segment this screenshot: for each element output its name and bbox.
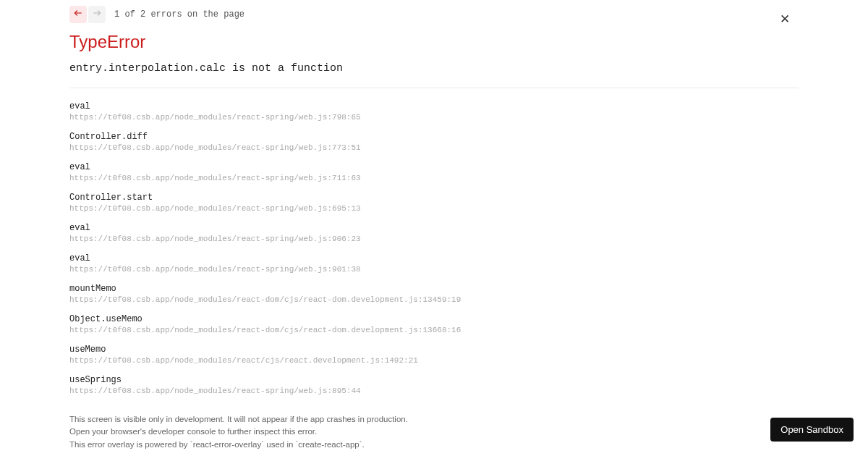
stack-frame-function: useSprings	[69, 375, 799, 385]
footer-line-3: This error overlay is powered by `react-…	[69, 439, 799, 452]
error-message: entry.interpolation.calc is not a functi…	[69, 62, 799, 75]
stack-frame-location: https://t0f08.csb.app/node_modules/react…	[69, 356, 799, 365]
stack-frame-location: https://t0f08.csb.app/node_modules/react…	[69, 143, 799, 152]
prev-error-button[interactable]	[69, 6, 87, 23]
stack-frame[interactable]: useMemohttps://t0f08.csb.app/node_module…	[69, 345, 799, 365]
stack-frame-location: https://t0f08.csb.app/node_modules/react…	[69, 204, 799, 213]
open-sandbox-button[interactable]: Open Sandbox	[770, 418, 854, 442]
stack-frame-location: https://t0f08.csb.app/node_modules/react…	[69, 174, 799, 182]
nav-buttons	[69, 6, 106, 23]
stack-frame-location: https://t0f08.csb.app/node_modules/react…	[69, 295, 799, 304]
stack-frame-function: mountMemo	[69, 284, 799, 294]
stack-frame[interactable]: Controller.diffhttps://t0f08.csb.app/nod…	[69, 132, 799, 152]
error-type-heading: TypeError	[69, 32, 799, 52]
stack-frame-function: Object.useMemo	[69, 314, 799, 324]
stack-frame[interactable]: Controller.starthttps://t0f08.csb.app/no…	[69, 193, 799, 213]
stack-frame-location: https://t0f08.csb.app/node_modules/react…	[69, 235, 799, 243]
stack-frame-location: https://t0f08.csb.app/node_modules/react…	[69, 113, 799, 122]
stack-frame-function: Controller.start	[69, 193, 799, 203]
error-overlay: 1 of 2 errors on the page ✕ TypeError en…	[0, 0, 868, 456]
stack-frame-function: eval	[69, 223, 799, 233]
error-counter: 1 of 2 errors on the page	[114, 9, 244, 20]
footer-note: This screen is visible only in developme…	[0, 408, 868, 456]
stack-frame-function: useMemo	[69, 345, 799, 355]
next-error-button[interactable]	[88, 6, 106, 23]
stack-frame[interactable]: useSpringshttps://t0f08.csb.app/node_mod…	[69, 375, 799, 395]
footer-line-2: Open your browser's developer console to…	[69, 426, 799, 439]
stack-frame[interactable]: evalhttps://t0f08.csb.app/node_modules/r…	[69, 101, 799, 122]
footer-line-1: This screen is visible only in developme…	[69, 413, 799, 426]
close-icon: ✕	[780, 12, 790, 26]
stack-frame-function: eval	[69, 162, 799, 172]
arrow-left-icon	[73, 8, 83, 21]
stack-frame-function: Controller.diff	[69, 132, 799, 142]
stack-frame[interactable]: evalhttps://t0f08.csb.app/node_modules/r…	[69, 162, 799, 182]
stack-frame-location: https://t0f08.csb.app/node_modules/react…	[69, 326, 799, 334]
nav-row: 1 of 2 errors on the page	[69, 6, 799, 23]
arrow-right-icon	[92, 8, 102, 21]
stack-frame-function: eval	[69, 253, 799, 263]
stack-frame-location: https://t0f08.csb.app/node_modules/react…	[69, 387, 799, 395]
stack-frame-function: eval	[69, 101, 799, 111]
stack-frame[interactable]: mountMemohttps://t0f08.csb.app/node_modu…	[69, 284, 799, 304]
stack-frame[interactable]: evalhttps://t0f08.csb.app/node_modules/r…	[69, 253, 799, 274]
close-button[interactable]: ✕	[780, 13, 790, 25]
stack-frame[interactable]: Object.useMemohttps://t0f08.csb.app/node…	[69, 314, 799, 334]
stack-trace: evalhttps://t0f08.csb.app/node_modules/r…	[69, 101, 799, 405]
stack-frame[interactable]: evalhttps://t0f08.csb.app/node_modules/r…	[69, 223, 799, 243]
divider	[69, 88, 799, 88]
stack-frame-location: https://t0f08.csb.app/node_modules/react…	[69, 265, 799, 274]
